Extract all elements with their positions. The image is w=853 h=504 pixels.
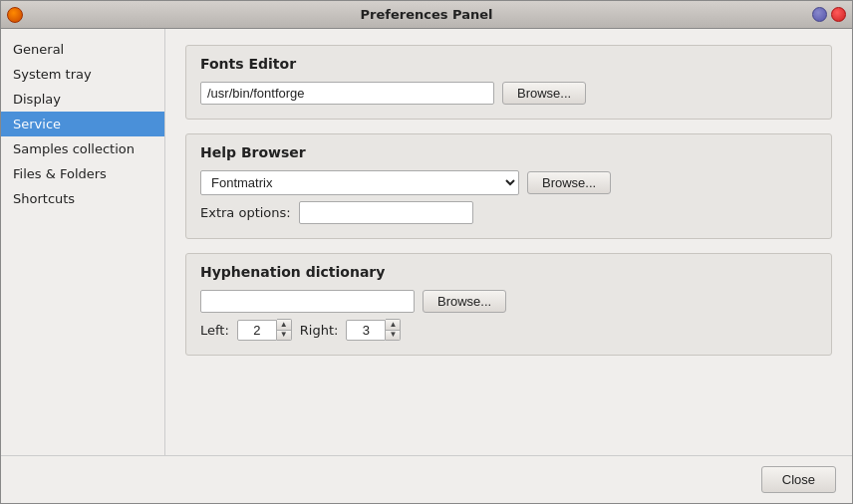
help-browser-select[interactable]: Fontmatrix Firefox Other bbox=[200, 170, 519, 195]
main-content: General System tray Display Service Samp… bbox=[1, 29, 852, 455]
fonts-editor-browse-button[interactable]: Browse... bbox=[502, 82, 586, 105]
sidebar-item-system-tray[interactable]: System tray bbox=[1, 62, 164, 87]
sidebar-item-general[interactable]: General bbox=[1, 37, 164, 62]
left-increment-button[interactable]: ▲ bbox=[277, 320, 291, 331]
hyphenation-section: Hyphenation dictionary Browse... Left: ▲… bbox=[185, 253, 832, 356]
close-window-button[interactable] bbox=[831, 7, 846, 22]
fonts-editor-section: Fonts Editor Browse... bbox=[185, 45, 832, 120]
hyphenation-lr-row: Left: ▲ ▼ Right: ▲ ▼ bbox=[200, 319, 817, 341]
close-button[interactable]: Close bbox=[761, 466, 836, 493]
hyphenation-dict-row: Browse... bbox=[200, 290, 817, 313]
right-increment-button[interactable]: ▲ bbox=[386, 320, 400, 331]
help-browser-title: Help Browser bbox=[200, 144, 817, 160]
sidebar: General System tray Display Service Samp… bbox=[1, 29, 165, 455]
sidebar-item-files-folders[interactable]: Files & Folders bbox=[1, 161, 164, 186]
titlebar: Preferences Panel bbox=[1, 1, 852, 29]
hyphenation-dict-input[interactable] bbox=[200, 290, 415, 313]
right-value-input[interactable] bbox=[346, 320, 386, 341]
left-decrement-button[interactable]: ▼ bbox=[277, 331, 291, 341]
minimize-button[interactable] bbox=[812, 7, 827, 22]
titlebar-left bbox=[7, 7, 23, 23]
help-browser-extra-row: Extra options: bbox=[200, 201, 817, 224]
help-browser-row: Fontmatrix Firefox Other Browse... bbox=[200, 170, 817, 195]
footer: Close bbox=[1, 455, 852, 503]
sidebar-item-display[interactable]: Display bbox=[1, 87, 164, 112]
hyphenation-title: Hyphenation dictionary bbox=[200, 264, 817, 280]
left-spinner: ▲ ▼ bbox=[237, 319, 292, 341]
left-value-input[interactable] bbox=[237, 320, 277, 341]
sidebar-item-shortcuts[interactable]: Shortcuts bbox=[1, 186, 164, 211]
fonts-editor-row: Browse... bbox=[200, 82, 817, 105]
right-spinner: ▲ ▼ bbox=[346, 319, 401, 341]
sidebar-item-service[interactable]: Service bbox=[1, 112, 164, 136]
left-spinner-arrows: ▲ ▼ bbox=[277, 319, 292, 341]
window-title: Preferences Panel bbox=[361, 7, 493, 22]
preferences-window: Preferences Panel General System tray Di… bbox=[0, 0, 853, 504]
extra-options-input[interactable] bbox=[299, 201, 473, 224]
fonts-editor-title: Fonts Editor bbox=[200, 56, 817, 72]
help-browser-section: Help Browser Fontmatrix Firefox Other Br… bbox=[185, 133, 832, 239]
left-label: Left: bbox=[200, 323, 229, 338]
fonts-editor-path-input[interactable] bbox=[200, 82, 494, 105]
hyphenation-browse-button[interactable]: Browse... bbox=[423, 290, 506, 313]
sidebar-item-samples-collection[interactable]: Samples collection bbox=[1, 136, 164, 161]
right-spinner-arrows: ▲ ▼ bbox=[386, 319, 401, 341]
titlebar-controls bbox=[812, 7, 846, 22]
right-decrement-button[interactable]: ▼ bbox=[386, 331, 400, 341]
app-icon bbox=[7, 7, 23, 23]
extra-options-label: Extra options: bbox=[200, 205, 291, 220]
help-browser-browse-button[interactable]: Browse... bbox=[527, 171, 611, 194]
main-panel: Fonts Editor Browse... Help Browser Font… bbox=[165, 29, 852, 455]
right-label: Right: bbox=[300, 323, 339, 338]
